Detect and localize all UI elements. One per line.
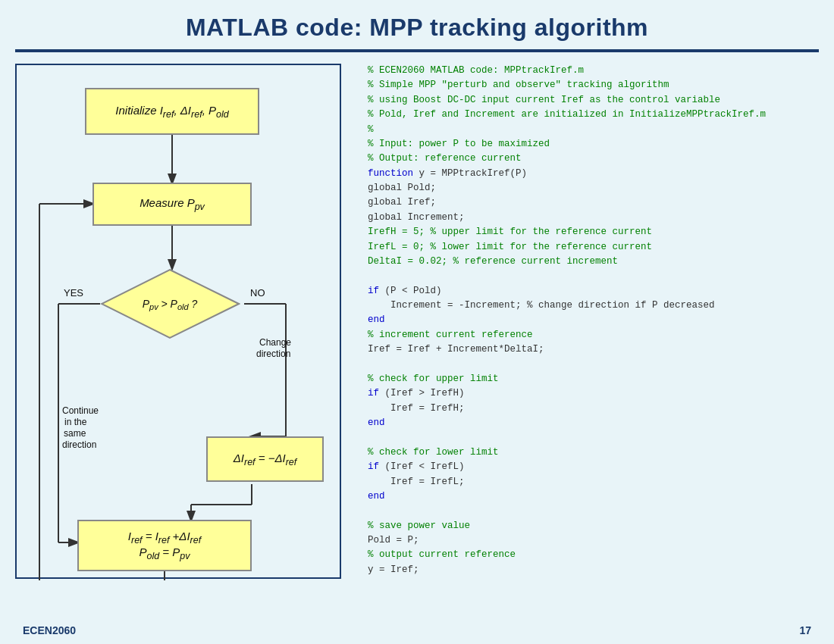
code-line: global Increment; (368, 211, 819, 225)
footer-right: 17 (799, 624, 811, 636)
svg-text:direction: direction (62, 439, 96, 450)
code-line: IrefH = 5; % upper limit for the referen… (368, 225, 819, 239)
code-line: Pold = P; (368, 533, 819, 548)
code-line (368, 504, 819, 518)
delta-box: ΔIref = −ΔIref (206, 436, 324, 482)
code-line: if (Iref < IrefL) (368, 460, 819, 474)
code-line (368, 430, 819, 445)
footer-left: ECEN2060 (23, 624, 76, 636)
svg-text:YES: YES (64, 287, 83, 299)
code-line: if (Iref > IrefH) (368, 386, 819, 401)
init-box: Initialize Iref, ΔIref, Pold (85, 88, 259, 135)
code-line: % Simple MPP "perturb and observe" track… (368, 78, 819, 92)
update-line2: Pold = Ppv (139, 546, 190, 561)
code-line: end (368, 489, 819, 504)
measure-box: Measure Ppv (92, 183, 252, 226)
diamond-box: Ppv > Pold ? (100, 268, 240, 340)
svg-text:same: same (64, 428, 86, 439)
slide: MATLAB code: MPP tracking algorithm (0, 0, 834, 644)
code-line: function y = MPPtrackIref(P) (368, 167, 819, 181)
code-line: DeltaI = 0.02; % reference current incre… (368, 255, 819, 269)
code-line: end (368, 313, 819, 327)
svg-text:direction: direction (256, 349, 290, 359)
update-line1: Iref = Iref +ΔIref (128, 530, 201, 546)
code-line: % check for upper limit (368, 372, 819, 386)
code-line (368, 358, 819, 372)
code-line: y = Iref; (368, 563, 819, 577)
code-line: end (368, 416, 819, 430)
flowchart-container: YES NO Continue in the same direction Ch… (15, 64, 341, 579)
init-label: Initialize Iref, ΔIref, Pold (115, 104, 228, 120)
code-line: % check for lower limit (368, 445, 819, 460)
code-line: % Input: power P to be maximized (368, 137, 819, 152)
code-line: IrefL = 0; % lower limit for the referen… (368, 240, 819, 255)
code-line: % ECEN2060 MATLAB code: MPPtrackIref.m (368, 64, 819, 78)
code-line (368, 269, 819, 283)
page-title: MATLAB code: MPP tracking algorithm (23, 14, 811, 42)
svg-text:Continue: Continue (62, 405, 99, 416)
code-line: Iref = Iref + Increment*DeltaI; (368, 342, 819, 357)
diamond-svg: Ppv > Pold ? (100, 268, 240, 340)
code-line: if (P < Pold) (368, 284, 819, 299)
content-area: YES NO Continue in the same direction Ch… (0, 52, 834, 598)
title-bar: MATLAB code: MPP tracking algorithm (0, 0, 834, 49)
delta-label: ΔIref = −ΔIref (234, 452, 297, 467)
code-side: % ECEN2060 MATLAB code: MPPtrackIref.m% … (364, 60, 819, 590)
footer: ECEN2060 17 (23, 624, 811, 636)
code-line: Iref = IrefH; (368, 402, 819, 416)
code-line: % output current reference (368, 548, 819, 562)
code-line: % using Boost DC-DC input current Iref a… (368, 93, 819, 108)
flowchart-side: YES NO Continue in the same direction Ch… (15, 60, 356, 590)
code-line: global Iref; (368, 195, 819, 210)
code-line: % save power value (368, 519, 819, 533)
code-line: % (368, 123, 819, 137)
code-line: % Output: reference current (368, 152, 819, 166)
code-line: % increment current reference (368, 328, 819, 342)
svg-text:in the: in the (64, 417, 87, 427)
code-line: global Pold; (368, 181, 819, 195)
measure-label: Measure Ppv (140, 196, 205, 212)
code-line: % Pold, Iref and Increment are initializ… (368, 108, 819, 122)
svg-text:NO: NO (250, 287, 265, 299)
svg-text:Change: Change (259, 337, 291, 348)
code-line: Iref = IrefL; (368, 475, 819, 489)
update-box: Iref = Iref +ΔIref Pold = Ppv (77, 520, 252, 571)
code-line: Increment = -Increment; % change directi… (368, 299, 819, 313)
